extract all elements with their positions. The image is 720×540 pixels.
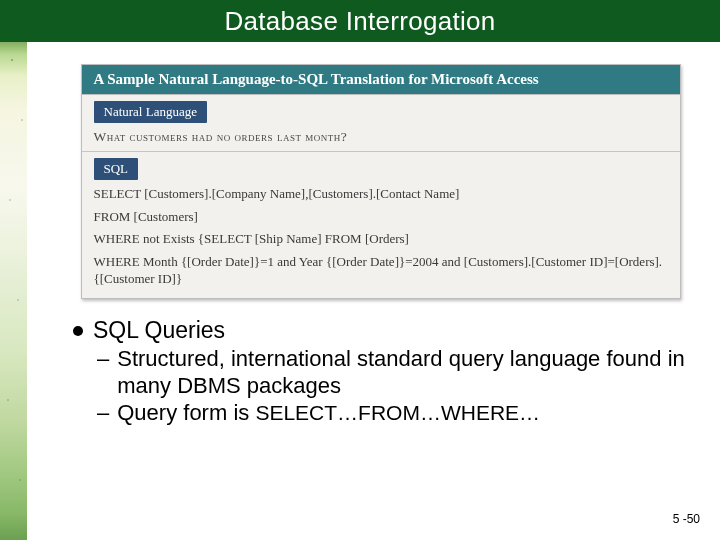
bullet-icon xyxy=(73,326,83,336)
sql-line: WHERE Month {[Order Date]}=1 and Year {[… xyxy=(82,250,680,298)
figure-title: A Sample Natural Language-to-SQL Transla… xyxy=(82,65,680,95)
page-number: 5 -50 xyxy=(673,512,700,526)
sub-bullet-row: – Structured, international standard que… xyxy=(73,346,692,400)
dash-icon: – xyxy=(97,346,109,373)
natural-language-question: What customers had no orders last month? xyxy=(82,125,680,152)
sql-form-text: SELECT…FROM…WHERE… xyxy=(255,401,540,424)
sql-line: FROM [Customers] xyxy=(82,205,680,228)
natural-language-badge: Natural Language xyxy=(94,101,207,123)
slide-title-bar: Database Interrogation xyxy=(0,0,720,42)
bullet-row: SQL Queries xyxy=(73,317,692,344)
sub-bullet-text: Structured, international standard query… xyxy=(117,346,692,400)
sub-bullet-row: – Query form is SELECT…FROM…WHERE… xyxy=(73,400,692,427)
sub2-prefix: Query form is xyxy=(117,400,255,425)
slide-title: Database Interrogation xyxy=(224,6,495,37)
figure-box: A Sample Natural Language-to-SQL Transla… xyxy=(81,64,681,299)
bullet-block: SQL Queries – Structured, international … xyxy=(69,317,692,427)
decorative-left-strip xyxy=(0,0,27,540)
strip-texture xyxy=(2,0,25,540)
slide-content: A Sample Natural Language-to-SQL Transla… xyxy=(27,42,720,540)
dash-icon: – xyxy=(97,400,109,427)
sub-bullet-text: Query form is SELECT…FROM…WHERE… xyxy=(117,400,540,427)
bullet-heading: SQL Queries xyxy=(93,317,225,344)
sql-line: SELECT [Customers].[Company Name],[Custo… xyxy=(82,182,680,205)
sql-badge: SQL xyxy=(94,158,139,180)
sql-line: WHERE not Exists {SELECT [Ship Name] FRO… xyxy=(82,227,680,250)
